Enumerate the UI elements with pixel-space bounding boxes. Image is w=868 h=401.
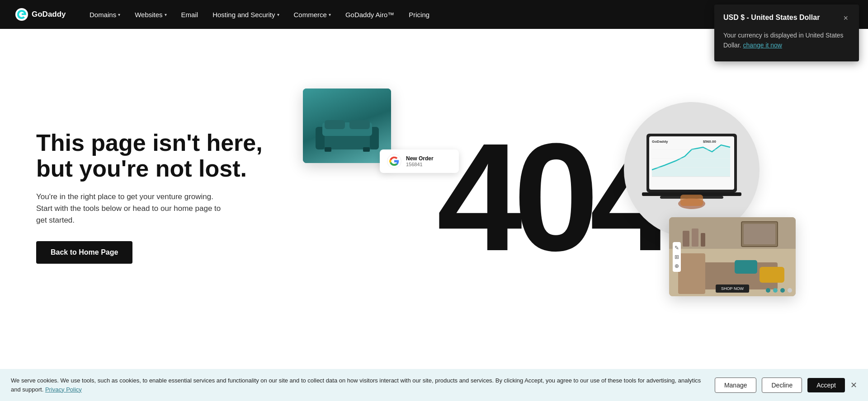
sofa-svg (313, 113, 381, 154)
sofa-image (303, 89, 391, 163)
nav-item-websites[interactable]: Websites ▾ (128, 7, 173, 22)
chevron-down-icon: ▾ (277, 12, 279, 17)
notification-number: 156841 (406, 162, 434, 167)
nav-item-domains[interactable]: Domains ▾ (83, 7, 127, 22)
notification-text: New Order 156841 (406, 155, 434, 167)
error-subtext: You're in the right place to get your ve… (36, 191, 226, 227)
svg-rect-30 (760, 267, 784, 283)
dot-4 (788, 288, 792, 293)
link-icon: ⊕ (675, 263, 679, 269)
dots-indicator (766, 288, 792, 293)
builder-background: ✎ ⊞ ⊕ SHOP NOW (669, 217, 796, 296)
notification-title: New Order (406, 155, 434, 162)
back-to-home-button[interactable]: Back to Home Page (36, 241, 132, 264)
logo[interactable]: GoDaddy (14, 7, 69, 22)
image-icon: ⊞ (675, 254, 679, 260)
currency-title: USD $ - United States Dollar (723, 14, 820, 22)
nav-item-godaddy-airo[interactable]: GoDaddy Airo™ (339, 7, 401, 22)
nav-item-email[interactable]: Email (175, 7, 205, 22)
currency-popup-header: USD $ - United States Dollar × (723, 14, 850, 23)
currency-popup-close[interactable]: × (841, 14, 850, 23)
chevron-down-icon: ▾ (329, 12, 331, 17)
svg-text:GoDaddy: GoDaddy (32, 10, 66, 19)
svg-rect-7 (349, 120, 370, 129)
nav-menu: Domains ▾ Websites ▾ Email Hosting and S… (83, 7, 436, 22)
svg-rect-27 (701, 233, 705, 247)
builder-toolbar: ✎ ⊞ ⊕ (673, 242, 681, 272)
svg-rect-31 (735, 260, 757, 274)
dot-3 (780, 288, 785, 293)
dot-1 (766, 288, 770, 293)
shop-now-button: SHOP NOW (716, 284, 749, 293)
svg-rect-9 (363, 147, 370, 152)
svg-rect-29 (678, 253, 705, 294)
sofa-image-inner (303, 89, 391, 163)
svg-text:GoDaddy: GoDaddy (652, 140, 668, 144)
notification-card: New Order 156841 (380, 149, 459, 173)
pencil-icon: ✎ (675, 245, 679, 251)
right-section: 404 (271, 84, 832, 310)
svg-rect-25 (683, 231, 689, 247)
svg-rect-8 (325, 147, 331, 152)
svg-text:$560.00: $560.00 (703, 140, 716, 144)
svg-rect-33 (744, 224, 775, 244)
builder-card: ✎ ⊞ ⊕ SHOP NOW (669, 217, 796, 296)
google-g-svg (389, 156, 399, 166)
left-section: This page isn't here, but you're not los… (36, 130, 271, 263)
error-heading: This page isn't here, but you're not los… (36, 130, 271, 182)
google-icon (387, 154, 401, 168)
nav-item-pricing[interactable]: Pricing (402, 7, 436, 22)
svg-rect-6 (325, 120, 345, 129)
nav-item-hosting-security[interactable]: Hosting and Security ▾ (206, 7, 285, 22)
main-content: This page isn't here, but you're not los… (0, 29, 868, 365)
nav-item-commerce[interactable]: Commerce ▾ (288, 7, 337, 22)
chevron-down-icon: ▾ (165, 12, 167, 17)
svg-rect-22 (680, 195, 703, 206)
chevron-down-icon: ▾ (118, 12, 120, 17)
currency-body: Your currency is displayed in United Sta… (723, 30, 850, 51)
laptop-svg: GoDaddy $560.00 (633, 125, 750, 215)
currency-change-link[interactable]: change it now (743, 42, 782, 49)
svg-rect-26 (692, 228, 698, 247)
dot-2 (773, 288, 778, 293)
currency-body-text: Your currency is displayed in United Sta… (723, 32, 844, 49)
currency-popup: USD $ - United States Dollar × Your curr… (714, 5, 859, 61)
